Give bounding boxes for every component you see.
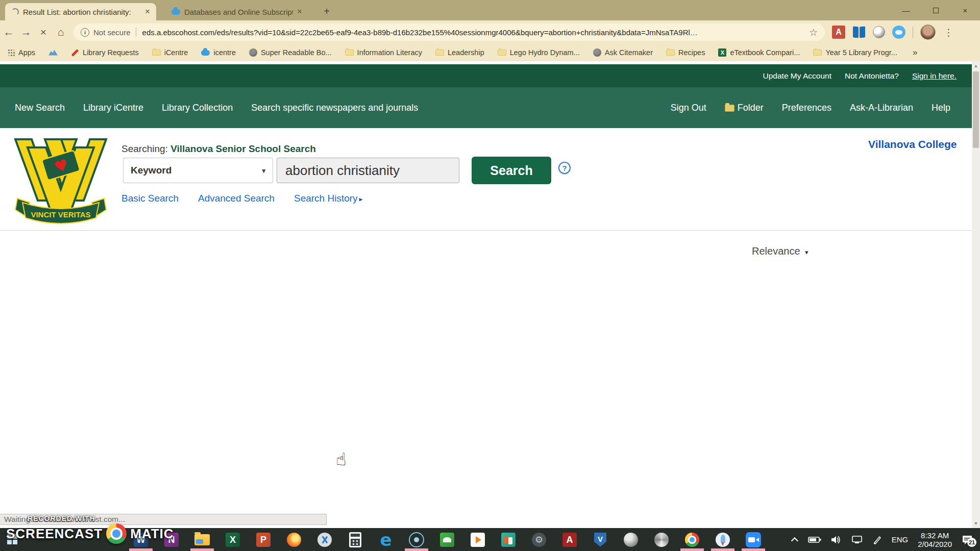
bookmark-ask-citemaker[interactable]: Ask Citemaker: [593, 48, 653, 57]
close-tab-icon[interactable]: ×: [297, 7, 302, 17]
taskbar-zoom-icon[interactable]: [738, 528, 769, 551]
taskbar-snip-icon[interactable]: [309, 528, 340, 551]
book-extension-icon[interactable]: [852, 27, 866, 38]
nav-library-icentre[interactable]: Library iCentre: [83, 103, 143, 113]
clock[interactable]: 8:32 AM 2/04/2020: [918, 531, 952, 548]
bookmark-star-icon[interactable]: ☆: [809, 27, 818, 38]
battery-icon[interactable]: [808, 536, 821, 543]
taskbar-edge-icon[interactable]: e: [371, 528, 401, 551]
bookmark-icentre-cloud[interactable]: icentre: [201, 48, 236, 57]
taskbar-silver-app-icon[interactable]: [646, 528, 677, 551]
watermark-line1: RECORDED WITH: [28, 514, 174, 522]
field-select-dropdown[interactable]: Keyword ▾: [123, 158, 273, 183]
reader-extension-icon[interactable]: [892, 26, 905, 39]
taskbar-adobe-reader-icon[interactable]: A: [554, 528, 585, 551]
taskbar-books-app-icon[interactable]: [493, 528, 524, 551]
bookmark-information-literacy[interactable]: Information Literacy: [345, 48, 422, 57]
bookmark-label: Library Requests: [83, 48, 139, 57]
chevron-down-icon: ▾: [262, 167, 265, 174]
home-icon[interactable]: ⌂: [52, 26, 69, 38]
basic-search-link[interactable]: Basic Search: [121, 193, 179, 204]
close-tab-icon[interactable]: ×: [145, 7, 150, 17]
nav-new-search[interactable]: New Search: [15, 103, 65, 113]
bookmarks-overflow-chevron[interactable]: »: [913, 47, 917, 58]
pen-icon[interactable]: [873, 535, 882, 544]
folder-icon: [725, 105, 734, 112]
adobe-extension-icon[interactable]: A: [832, 26, 845, 39]
taskbar-file-explorer-icon[interactable]: [187, 528, 217, 551]
maximize-button[interactable]: [921, 0, 950, 20]
help-icon[interactable]: ?: [558, 162, 571, 174]
browser-toolbar: ← → × ⌂ i Not secure eds.a.ebscohost.com…: [0, 20, 980, 44]
nav-search-newspapers[interactable]: Search specific newspapers and journals: [251, 103, 418, 113]
minimize-button[interactable]: —: [891, 0, 921, 20]
profile-avatar[interactable]: [920, 24, 936, 40]
bookmark-leadership[interactable]: Leadership: [435, 48, 484, 57]
tray-date: 2/04/2020: [918, 540, 952, 548]
nav-sign-out[interactable]: Sign Out: [671, 103, 706, 113]
taskbar-firefox-icon[interactable]: [279, 528, 309, 551]
vertical-scrollbar[interactable]: ▲ ▼: [972, 61, 980, 528]
advanced-search-link[interactable]: Advanced Search: [198, 193, 275, 204]
nav-library-collection[interactable]: Library Collection: [162, 103, 233, 113]
nav-folder[interactable]: Folder: [725, 103, 764, 113]
villanova-college-link[interactable]: Villanova College: [868, 138, 957, 151]
taskbar-rocket-app-icon[interactable]: [707, 528, 738, 551]
taskbar-sphere-app-icon[interactable]: [616, 528, 646, 551]
notification-badge: 21: [967, 538, 976, 547]
taskbar-recorder-icon[interactable]: [401, 528, 432, 551]
taskbar-excel-icon[interactable]: X: [217, 528, 248, 551]
scroll-up-icon[interactable]: ▲: [972, 61, 980, 70]
bookmark-lego-hydro[interactable]: Lego Hydro Dynam...: [498, 48, 580, 57]
sign-in-link[interactable]: Sign in here.: [912, 71, 957, 81]
taskbar-play-app-icon[interactable]: [462, 528, 493, 551]
bookmark-etextbook[interactable]: XeTextbook Compari...: [718, 48, 800, 57]
address-bar[interactable]: i Not secure eds.a.ebscohost.com/eds/res…: [74, 23, 825, 41]
browser-titlebar: Result List: abortion christianity: × Da…: [0, 0, 980, 20]
search-button[interactable]: Search: [472, 157, 551, 184]
cloud-icon: [201, 50, 210, 56]
tab-result-list[interactable]: Result List: abortion christianity: ×: [5, 3, 156, 20]
taskbar-powerpoint-icon[interactable]: P: [248, 528, 279, 551]
tray-chevron-up-icon[interactable]: [791, 537, 798, 544]
search-mode-links: Basic Search Advanced Search Search Hist…: [121, 193, 363, 204]
search-query-input[interactable]: [277, 158, 459, 183]
language-indicator[interactable]: ENG: [892, 535, 909, 544]
volume-icon[interactable]: [831, 536, 842, 544]
bookmark-super-readable[interactable]: Super Readable Bo...: [249, 48, 332, 57]
network-display-icon[interactable]: [852, 536, 863, 544]
villanova-crest-logo: ♥ VINCIT VERITAS: [12, 133, 109, 224]
browser-menu-icon[interactable]: ⋮: [944, 27, 953, 38]
forward-icon[interactable]: →: [17, 26, 35, 38]
new-tab-button[interactable]: +: [320, 5, 334, 19]
bookmark-favicon-only[interactable]: [48, 50, 58, 56]
bookmark-library-requests[interactable]: Library Requests: [71, 48, 139, 57]
bookmark-year5-library[interactable]: Year 5 Library Progr...: [813, 48, 897, 57]
bookmark-recipes[interactable]: Recipes: [666, 48, 705, 57]
bookmark-icentre-folder[interactable]: iCentre: [152, 48, 188, 57]
search-history-link[interactable]: Search History▸: [294, 193, 363, 204]
info-icon[interactable]: i: [81, 28, 89, 37]
scrollbar-thumb[interactable]: [973, 71, 979, 148]
bookmark-label: Super Readable Bo...: [261, 48, 332, 57]
nav-ask-a-librarian[interactable]: Ask-A-Librarian: [850, 103, 913, 113]
taskbar-gear-app-icon[interactable]: ⚙: [524, 528, 554, 551]
taskbar-chrome-icon[interactable]: [677, 528, 707, 551]
close-window-button[interactable]: ×: [950, 0, 980, 20]
bookmark-apps[interactable]: Apps: [8, 48, 35, 57]
sort-relevance-dropdown[interactable]: Relevance ▾: [752, 245, 808, 257]
stop-icon[interactable]: ×: [35, 26, 52, 38]
back-icon[interactable]: ←: [0, 26, 17, 38]
notification-center-icon[interactable]: 21: [962, 535, 973, 545]
nav-help[interactable]: Help: [932, 103, 950, 113]
scroll-down-icon[interactable]: ▼: [972, 519, 980, 528]
taskbar-green-app-icon[interactable]: [432, 528, 462, 551]
tab-databases[interactable]: Databases and Online Subscript ×: [165, 3, 308, 20]
taskbar-calculator-icon[interactable]: [340, 528, 371, 551]
red-pen-icon: [71, 49, 79, 57]
sphere-extension-icon[interactable]: [873, 26, 885, 38]
update-account-link[interactable]: Update My Account: [763, 71, 831, 81]
taskbar-shield-app-icon[interactable]: V: [585, 528, 616, 551]
nav-preferences[interactable]: Preferences: [782, 103, 831, 113]
url-text[interactable]: eds.a.ebscohost.com/eds/results?vid=10&s…: [142, 28, 806, 37]
